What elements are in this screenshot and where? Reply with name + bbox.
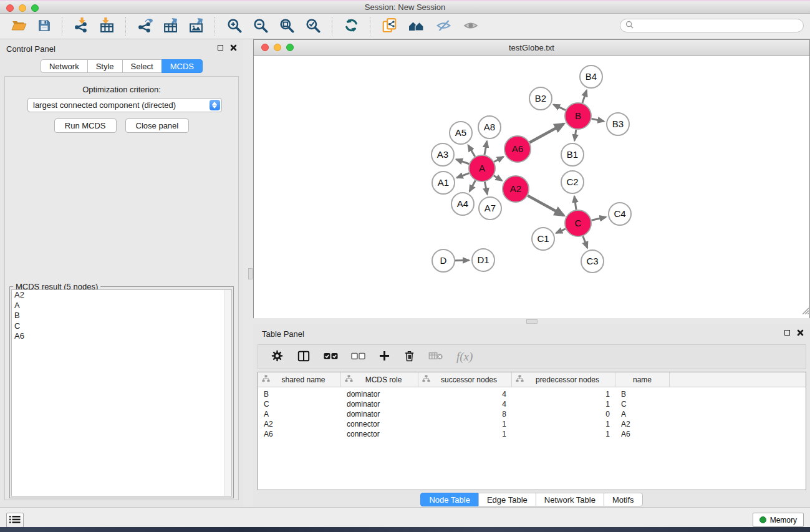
table-cell[interactable]: A2: [258, 419, 341, 429]
export-table-button[interactable]: [159, 16, 182, 36]
table-row[interactable]: Bdominator41B: [258, 389, 806, 399]
new-network-from-selection-button[interactable]: [378, 16, 402, 37]
network-graph[interactable]: B4B2BB3A8A5A6A3B1AA1C2A2A4A7C4CC1C3DD1: [254, 56, 809, 318]
column-header-mcds-role[interactable]: MCDS role: [341, 372, 418, 387]
graph-node[interactable]: B4: [580, 65, 602, 88]
graph-edge[interactable]: [574, 196, 576, 210]
import-table-button[interactable]: [95, 16, 118, 36]
table-cell[interactable]: A6: [615, 429, 670, 439]
graph-edge[interactable]: [592, 118, 604, 121]
table-cell[interactable]: 0: [512, 409, 615, 419]
graph-node[interactable]: A2: [503, 176, 529, 202]
zoom-window-button[interactable]: [31, 4, 39, 12]
hide-selected-button[interactable]: [432, 17, 456, 36]
mcds-result-item[interactable]: C: [12, 321, 231, 332]
table-cell[interactable]: dominator: [341, 409, 418, 419]
tab-select[interactable]: Select: [122, 59, 162, 73]
run-mcds-button[interactable]: Run MCDS: [54, 118, 117, 133]
graph-node[interactable]: A3: [432, 143, 454, 166]
table-cell[interactable]: 1: [512, 399, 615, 409]
home-button[interactable]: [404, 17, 429, 36]
table-cell[interactable]: 4: [418, 389, 512, 399]
refresh-view-button[interactable]: [340, 16, 363, 36]
graph-node[interactable]: C2: [561, 171, 584, 193]
column-header-predecessor-nodes[interactable]: predecessor nodes: [512, 372, 615, 387]
table-cell[interactable]: A: [615, 409, 670, 419]
import-network-button[interactable]: [70, 16, 93, 36]
graph-node[interactable]: A: [469, 155, 495, 181]
minimize-window-button[interactable]: [19, 4, 26, 12]
graph-edge[interactable]: [494, 175, 502, 180]
graph-edge[interactable]: [554, 105, 566, 110]
graph-node[interactable]: C1: [532, 228, 554, 250]
column-header-name[interactable]: name: [615, 372, 670, 387]
tab-style[interactable]: Style: [87, 59, 123, 73]
zoom-out-button[interactable]: [249, 16, 272, 37]
deselect-all-button[interactable]: [351, 352, 365, 362]
criterion-select[interactable]: largest connected component (directed): [27, 98, 222, 112]
float-panel-icon[interactable]: [218, 45, 223, 51]
table-cell[interactable]: C: [258, 399, 341, 409]
graph-edge[interactable]: [456, 160, 470, 164]
tab-node-table[interactable]: Node Table: [420, 493, 479, 506]
graph-edge[interactable]: [470, 180, 476, 191]
graph-node[interactable]: C3: [581, 250, 604, 273]
graph-edge[interactable]: [583, 236, 587, 248]
show-all-button[interactable]: [458, 17, 483, 36]
table-cell[interactable]: 4: [418, 399, 512, 409]
table-cell[interactable]: dominator: [341, 389, 418, 399]
graph-node[interactable]: C: [565, 210, 591, 236]
close-table-panel-icon[interactable]: [797, 329, 804, 336]
vertical-splitter-handle[interactable]: [248, 268, 253, 279]
graph-edge[interactable]: [528, 196, 564, 216]
graph-node[interactable]: A5: [450, 122, 472, 144]
graph-edge[interactable]: [468, 145, 475, 157]
graph-node[interactable]: A6: [504, 136, 531, 162]
graph-node[interactable]: B1: [561, 143, 584, 166]
table-cell[interactable]: A: [258, 409, 341, 419]
graph-node[interactable]: A1: [432, 172, 455, 194]
column-header-successor-nodes[interactable]: successor nodes: [418, 372, 512, 387]
mcds-result-item[interactable]: A: [12, 301, 231, 311]
graph-edge[interactable]: [582, 90, 587, 103]
table-row[interactable]: A2connector11A2: [258, 419, 806, 429]
graph-node[interactable]: A8: [478, 116, 501, 138]
graph-node[interactable]: B3: [607, 113, 629, 135]
column-header-shared-name[interactable]: shared name: [258, 372, 341, 387]
mcds-result-item[interactable]: A6: [12, 331, 231, 342]
graph-edge[interactable]: [485, 142, 487, 155]
delete-table-button[interactable]: [428, 351, 443, 363]
search-input[interactable]: [637, 21, 798, 31]
table-cell[interactable]: C: [615, 399, 670, 409]
table-row[interactable]: Cdominator41C: [258, 399, 806, 409]
table-cell[interactable]: connector: [341, 429, 418, 439]
resize-grip-icon[interactable]: [800, 306, 809, 317]
open-session-button[interactable]: [7, 17, 31, 36]
table-cell[interactable]: dominator: [341, 399, 418, 409]
network-canvas[interactable]: B4B2BB3A8A5A6A3B1AA1C2A2A4A7C4CC1C3DD1: [254, 56, 809, 318]
tab-network-table[interactable]: Network Table: [536, 493, 604, 506]
table-cell[interactable]: 1: [512, 419, 615, 429]
export-network-button[interactable]: [133, 16, 157, 36]
add-column-button[interactable]: [378, 350, 390, 364]
search-field[interactable]: [620, 19, 804, 32]
show-panels-menu-button[interactable]: [6, 513, 24, 528]
graph-node[interactable]: B2: [529, 87, 552, 110]
function-builder-button[interactable]: f(x): [456, 350, 473, 364]
table-cell[interactable]: 1: [512, 389, 615, 399]
graph-edge[interactable]: [494, 157, 503, 162]
graph-edge[interactable]: [556, 229, 566, 233]
graph-edge[interactable]: [485, 182, 487, 195]
result-scrollbar[interactable]: [224, 290, 231, 496]
tab-motifs[interactable]: Motifs: [604, 493, 643, 506]
graph-node[interactable]: C4: [609, 203, 631, 225]
table-cell[interactable]: 1: [418, 419, 512, 429]
delete-column-button[interactable]: [403, 349, 415, 364]
zoom-fit-button[interactable]: [275, 16, 299, 37]
table-settings-button[interactable]: [271, 349, 284, 364]
close-panel-button[interactable]: Close panel: [125, 118, 190, 133]
mcds-result-item[interactable]: B: [12, 311, 231, 321]
mcds-result-list[interactable]: A2ABCA6: [11, 289, 232, 496]
graph-edge[interactable]: [574, 130, 576, 140]
tab-mcds[interactable]: MCDS: [162, 59, 203, 73]
